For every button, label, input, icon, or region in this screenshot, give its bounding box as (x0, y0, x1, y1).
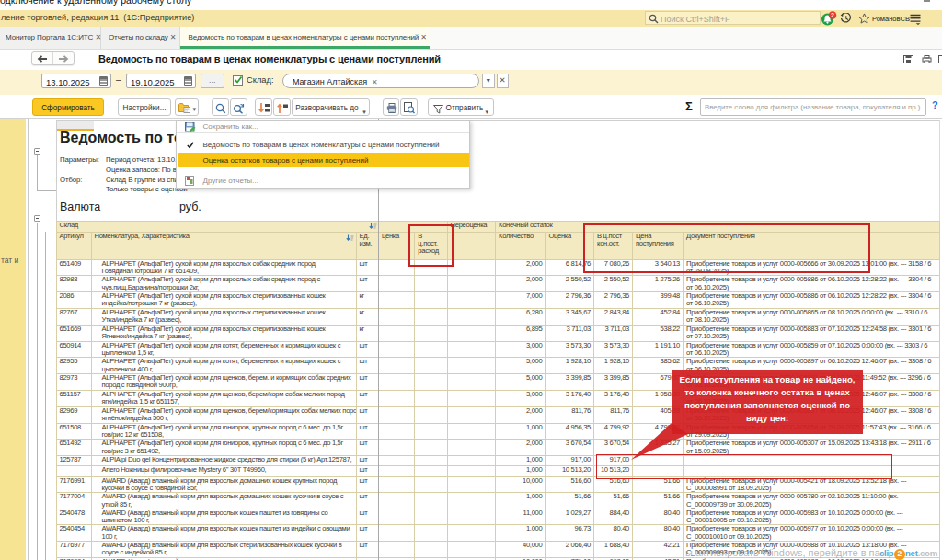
svg-text:2: 2 (831, 12, 834, 18)
